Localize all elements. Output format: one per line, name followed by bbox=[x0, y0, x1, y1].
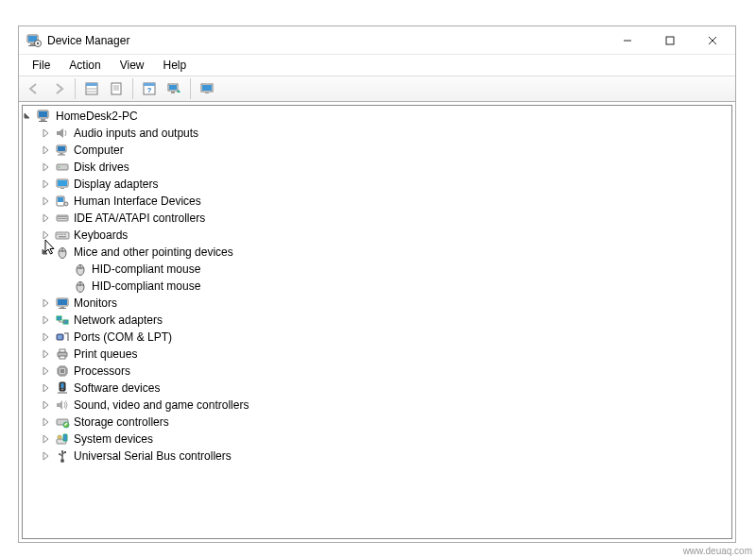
expander-empty bbox=[59, 280, 70, 292]
toolbar-separator bbox=[75, 78, 76, 99]
category-item-icon bbox=[55, 296, 70, 311]
category-item-label: Universal Serial Bus controllers bbox=[74, 448, 232, 465]
tree-root-label: HomeDesk2-PC bbox=[56, 108, 138, 125]
device-item[interactable]: HID-compliant mouse bbox=[23, 278, 731, 295]
expander-empty bbox=[59, 263, 70, 275]
device-item[interactable]: HID-compliant mouse bbox=[23, 261, 731, 278]
category-item[interactable]: Ports (COM & LPT) bbox=[23, 329, 731, 346]
category-item-icon bbox=[55, 397, 70, 413]
detail-view-button[interactable] bbox=[80, 78, 103, 99]
category-item-icon bbox=[55, 177, 70, 192]
tree-root-icon bbox=[37, 109, 52, 124]
expander-icon[interactable] bbox=[41, 178, 52, 190]
category-item-icon bbox=[55, 194, 70, 209]
category-item-icon bbox=[55, 160, 70, 175]
category-item[interactable]: System devices bbox=[23, 431, 731, 448]
expander-icon[interactable] bbox=[41, 212, 52, 224]
expander-icon[interactable] bbox=[41, 246, 52, 258]
category-item-icon bbox=[55, 245, 70, 260]
category-item[interactable]: Display adapters bbox=[23, 176, 731, 193]
svg-rect-93 bbox=[666, 37, 674, 44]
device-manager-window: Device Manager File Action View Help Hom… bbox=[18, 25, 736, 543]
tree-root[interactable]: HomeDesk2-PC bbox=[23, 108, 731, 125]
category-item-label: Keyboards bbox=[74, 227, 128, 244]
toolbar-separator bbox=[132, 78, 133, 99]
expander-icon[interactable] bbox=[23, 110, 34, 122]
category-item-icon bbox=[55, 143, 70, 158]
category-item[interactable]: Audio inputs and outputs bbox=[23, 125, 731, 142]
category-item[interactable]: Processors bbox=[23, 363, 731, 380]
expander-icon[interactable] bbox=[41, 195, 52, 207]
category-item[interactable]: Storage controllers bbox=[23, 414, 731, 431]
category-item-label: Sound, video and game controllers bbox=[74, 397, 249, 414]
device-item-label: HID-compliant mouse bbox=[92, 278, 200, 295]
category-item-label: Storage controllers bbox=[74, 414, 169, 431]
category-item[interactable]: Disk drives bbox=[23, 159, 731, 176]
monitor-button[interactable] bbox=[196, 78, 218, 99]
category-item-icon bbox=[55, 414, 70, 430]
category-item-icon bbox=[55, 330, 70, 345]
category-item-icon bbox=[55, 431, 70, 447]
expander-icon[interactable] bbox=[41, 331, 52, 343]
menu-help[interactable]: Help bbox=[154, 57, 197, 74]
category-item[interactable]: Monitors bbox=[23, 295, 731, 312]
category-item[interactable]: Human Interface Devices bbox=[23, 193, 731, 210]
category-item[interactable]: Print queues bbox=[23, 346, 731, 363]
category-item[interactable]: Mice and other pointing devices bbox=[23, 244, 731, 261]
category-item-label: Human Interface Devices bbox=[74, 193, 201, 210]
expander-icon[interactable] bbox=[41, 416, 52, 428]
devmgr-icon bbox=[26, 33, 42, 48]
category-item[interactable]: Universal Serial Bus controllers bbox=[23, 448, 731, 465]
category-item[interactable]: Computer bbox=[23, 142, 731, 159]
category-item[interactable]: IDE ATA/ATAPI controllers bbox=[23, 210, 731, 227]
category-item-label: Computer bbox=[74, 142, 124, 159]
device-tree[interactable]: HomeDesk2-PCAudio inputs and outputsComp… bbox=[22, 105, 732, 539]
maximize-button[interactable] bbox=[648, 27, 691, 54]
category-item[interactable]: Software devices bbox=[23, 380, 731, 397]
menu-action[interactable]: Action bbox=[60, 57, 110, 74]
category-item[interactable]: Network adapters bbox=[23, 312, 731, 329]
forward-button[interactable] bbox=[47, 78, 70, 99]
expander-icon[interactable] bbox=[41, 348, 52, 360]
back-button[interactable] bbox=[23, 78, 45, 99]
expander-icon[interactable] bbox=[41, 382, 52, 394]
category-item-label: Network adapters bbox=[74, 312, 163, 329]
expander-icon[interactable] bbox=[41, 450, 52, 462]
close-button[interactable] bbox=[691, 27, 733, 54]
expander-icon[interactable] bbox=[41, 297, 52, 309]
category-item-icon bbox=[55, 126, 70, 141]
properties-button[interactable] bbox=[105, 78, 128, 99]
category-item-label: Print queues bbox=[74, 346, 137, 363]
device-item-label: HID-compliant mouse bbox=[92, 261, 200, 278]
expander-icon[interactable] bbox=[41, 127, 52, 139]
category-item-label: System devices bbox=[74, 431, 153, 448]
device-item-icon bbox=[73, 262, 88, 277]
category-item-label: Mice and other pointing devices bbox=[74, 244, 233, 261]
category-item-icon bbox=[55, 313, 70, 328]
category-item-label: IDE ATA/ATAPI controllers bbox=[74, 210, 205, 227]
menubar: File Action View Help bbox=[19, 55, 735, 76]
toolbar bbox=[19, 76, 735, 102]
toolbar-separator bbox=[190, 78, 191, 99]
watermark-text: www.deuaq.com bbox=[683, 546, 752, 556]
category-item-label: Software devices bbox=[74, 380, 160, 397]
titlebar[interactable]: Device Manager bbox=[19, 26, 735, 55]
expander-icon[interactable] bbox=[41, 229, 52, 241]
category-item-label: Processors bbox=[74, 363, 130, 380]
category-item[interactable]: Keyboards bbox=[23, 227, 731, 244]
help-button[interactable] bbox=[138, 78, 161, 99]
menu-view[interactable]: View bbox=[111, 57, 154, 74]
expander-icon[interactable] bbox=[41, 161, 52, 173]
expander-icon[interactable] bbox=[41, 433, 52, 445]
menu-file[interactable]: File bbox=[23, 57, 60, 74]
expander-icon[interactable] bbox=[41, 399, 52, 411]
expander-icon[interactable] bbox=[41, 314, 52, 326]
category-item-icon bbox=[55, 211, 70, 226]
category-item[interactable]: Sound, video and game controllers bbox=[23, 397, 731, 414]
category-item-icon bbox=[55, 380, 70, 396]
scan-hardware-button[interactable] bbox=[163, 78, 185, 99]
expander-icon[interactable] bbox=[41, 144, 52, 156]
expander-icon[interactable] bbox=[41, 365, 52, 377]
minimize-button[interactable] bbox=[606, 27, 648, 54]
category-item-icon bbox=[55, 347, 70, 362]
